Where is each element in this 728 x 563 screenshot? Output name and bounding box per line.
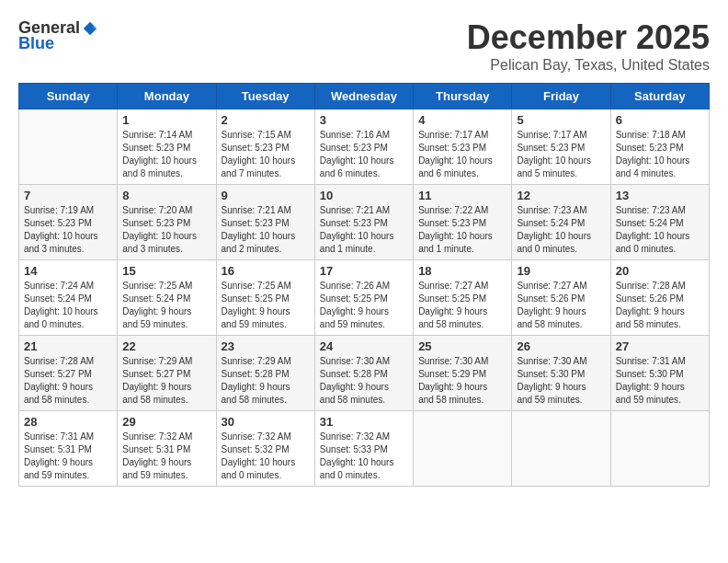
header-monday: Monday	[118, 84, 216, 109]
calendar-cell: 5Sunrise: 7:17 AM Sunset: 5:23 PM Daylig…	[512, 109, 610, 185]
day-info: Sunrise: 7:31 AM Sunset: 5:31 PM Dayligh…	[24, 431, 112, 482]
day-number: 13	[616, 189, 704, 202]
day-number: 5	[517, 113, 605, 127]
day-info: Sunrise: 7:15 AM Sunset: 5:23 PM Dayligh…	[222, 129, 310, 180]
calendar-cell: 31Sunrise: 7:32 AM Sunset: 5:33 PM Dayli…	[314, 411, 413, 487]
day-info: Sunrise: 7:25 AM Sunset: 5:25 PM Dayligh…	[222, 280, 310, 331]
day-number: 12	[517, 189, 605, 202]
day-number: 10	[320, 189, 408, 202]
day-number: 7	[24, 189, 112, 202]
calendar-cell: 28Sunrise: 7:31 AM Sunset: 5:31 PM Dayli…	[19, 411, 118, 487]
header-friday: Friday	[512, 84, 610, 109]
day-number: 14	[24, 264, 112, 278]
day-number: 15	[122, 264, 210, 278]
day-info: Sunrise: 7:28 AM Sunset: 5:27 PM Dayligh…	[24, 355, 112, 407]
calendar-cell: 1Sunrise: 7:14 AM Sunset: 5:23 PM Daylig…	[118, 109, 216, 185]
day-number: 6	[616, 113, 704, 127]
logo: General Blue	[18, 18, 98, 53]
day-info: Sunrise: 7:19 AM Sunset: 5:23 PM Dayligh…	[24, 204, 112, 256]
day-number: 9	[222, 189, 310, 202]
calendar-cell: 6Sunrise: 7:18 AM Sunset: 5:23 PM Daylig…	[610, 109, 709, 185]
day-number: 29	[122, 415, 210, 429]
calendar-week-4: 21Sunrise: 7:28 AM Sunset: 5:27 PM Dayli…	[19, 336, 710, 411]
header-thursday: Thursday	[414, 84, 512, 109]
day-number: 2	[222, 113, 310, 127]
logo-blue-text: Blue	[18, 34, 54, 53]
day-number: 25	[418, 339, 506, 353]
day-number: 8	[122, 189, 210, 202]
day-number: 26	[517, 339, 605, 353]
day-info: Sunrise: 7:29 AM Sunset: 5:28 PM Dayligh…	[222, 355, 310, 407]
title-block: December 2025 Pelican Bay, Texas, United…	[467, 18, 710, 74]
day-number: 22	[122, 339, 210, 353]
day-info: Sunrise: 7:17 AM Sunset: 5:23 PM Dayligh…	[517, 129, 605, 180]
day-number: 1	[122, 113, 210, 127]
calendar-table: SundayMondayTuesdayWednesdayThursdayFrid…	[18, 83, 710, 487]
day-info: Sunrise: 7:16 AM Sunset: 5:23 PM Dayligh…	[320, 129, 408, 180]
day-info: Sunrise: 7:32 AM Sunset: 5:31 PM Dayligh…	[122, 431, 210, 482]
calendar-cell	[610, 411, 709, 487]
day-number: 30	[222, 415, 310, 429]
day-info: Sunrise: 7:30 AM Sunset: 5:29 PM Dayligh…	[418, 355, 506, 407]
day-info: Sunrise: 7:29 AM Sunset: 5:27 PM Dayligh…	[122, 355, 210, 407]
calendar-cell: 15Sunrise: 7:25 AM Sunset: 5:24 PM Dayli…	[118, 260, 216, 336]
calendar-body: 1Sunrise: 7:14 AM Sunset: 5:23 PM Daylig…	[19, 109, 710, 487]
day-number: 24	[320, 339, 408, 353]
day-info: Sunrise: 7:23 AM Sunset: 5:24 PM Dayligh…	[616, 204, 704, 256]
calendar-cell: 19Sunrise: 7:27 AM Sunset: 5:26 PM Dayli…	[512, 260, 610, 336]
day-info: Sunrise: 7:20 AM Sunset: 5:23 PM Dayligh…	[122, 204, 210, 256]
day-info: Sunrise: 7:30 AM Sunset: 5:30 PM Dayligh…	[517, 355, 605, 407]
day-info: Sunrise: 7:22 AM Sunset: 5:23 PM Dayligh…	[418, 204, 506, 256]
calendar-cell: 17Sunrise: 7:26 AM Sunset: 5:25 PM Dayli…	[314, 260, 413, 336]
calendar-cell: 9Sunrise: 7:21 AM Sunset: 5:23 PM Daylig…	[216, 185, 314, 260]
day-number: 31	[320, 415, 408, 429]
day-info: Sunrise: 7:32 AM Sunset: 5:32 PM Dayligh…	[222, 431, 310, 482]
calendar-cell: 21Sunrise: 7:28 AM Sunset: 5:27 PM Dayli…	[19, 336, 118, 411]
logo-icon	[82, 20, 98, 37]
calendar-cell: 16Sunrise: 7:25 AM Sunset: 5:25 PM Dayli…	[216, 260, 314, 336]
day-info: Sunrise: 7:27 AM Sunset: 5:25 PM Dayligh…	[418, 280, 506, 331]
calendar-week-1: 1Sunrise: 7:14 AM Sunset: 5:23 PM Daylig…	[19, 109, 710, 185]
day-info: Sunrise: 7:21 AM Sunset: 5:23 PM Dayligh…	[222, 204, 310, 256]
day-number: 16	[222, 264, 310, 278]
calendar-cell: 24Sunrise: 7:30 AM Sunset: 5:28 PM Dayli…	[314, 336, 413, 411]
day-info: Sunrise: 7:30 AM Sunset: 5:28 PM Dayligh…	[320, 355, 408, 407]
calendar-cell: 20Sunrise: 7:28 AM Sunset: 5:26 PM Dayli…	[610, 260, 709, 336]
calendar-cell: 29Sunrise: 7:32 AM Sunset: 5:31 PM Dayli…	[118, 411, 216, 487]
header-sunday: Sunday	[19, 84, 118, 109]
page-header: General Blue December 2025 Pelican Bay, …	[18, 18, 710, 74]
day-info: Sunrise: 7:32 AM Sunset: 5:33 PM Dayligh…	[320, 431, 408, 482]
calendar-week-5: 28Sunrise: 7:31 AM Sunset: 5:31 PM Dayli…	[19, 411, 710, 487]
day-number: 4	[418, 113, 506, 127]
calendar-cell: 2Sunrise: 7:15 AM Sunset: 5:23 PM Daylig…	[216, 109, 314, 185]
day-number: 11	[418, 189, 506, 202]
calendar-cell: 11Sunrise: 7:22 AM Sunset: 5:23 PM Dayli…	[414, 185, 512, 260]
calendar-cell: 3Sunrise: 7:16 AM Sunset: 5:23 PM Daylig…	[314, 109, 413, 185]
calendar-title: December 2025	[467, 18, 710, 57]
day-info: Sunrise: 7:23 AM Sunset: 5:24 PM Dayligh…	[517, 204, 605, 256]
day-info: Sunrise: 7:14 AM Sunset: 5:23 PM Dayligh…	[122, 129, 210, 180]
day-number: 3	[320, 113, 408, 127]
calendar-cell: 10Sunrise: 7:21 AM Sunset: 5:23 PM Dayli…	[314, 185, 413, 260]
calendar-week-2: 7Sunrise: 7:19 AM Sunset: 5:23 PM Daylig…	[19, 185, 710, 260]
day-info: Sunrise: 7:21 AM Sunset: 5:23 PM Dayligh…	[320, 204, 408, 256]
day-number: 17	[320, 264, 408, 278]
day-info: Sunrise: 7:27 AM Sunset: 5:26 PM Dayligh…	[517, 280, 605, 331]
calendar-cell	[19, 109, 118, 185]
calendar-cell: 23Sunrise: 7:29 AM Sunset: 5:28 PM Dayli…	[216, 336, 314, 411]
day-info: Sunrise: 7:26 AM Sunset: 5:25 PM Dayligh…	[320, 280, 408, 331]
day-number: 28	[24, 415, 112, 429]
calendar-subtitle: Pelican Bay, Texas, United States	[467, 57, 710, 74]
calendar-header-row: SundayMondayTuesdayWednesdayThursdayFrid…	[19, 84, 710, 109]
header-tuesday: Tuesday	[216, 84, 314, 109]
day-number: 18	[418, 264, 506, 278]
calendar-cell: 22Sunrise: 7:29 AM Sunset: 5:27 PM Dayli…	[118, 336, 216, 411]
calendar-cell: 30Sunrise: 7:32 AM Sunset: 5:32 PM Dayli…	[216, 411, 314, 487]
calendar-cell: 12Sunrise: 7:23 AM Sunset: 5:24 PM Dayli…	[512, 185, 610, 260]
calendar-cell: 4Sunrise: 7:17 AM Sunset: 5:23 PM Daylig…	[414, 109, 512, 185]
day-number: 21	[24, 339, 112, 353]
calendar-cell: 14Sunrise: 7:24 AM Sunset: 5:24 PM Dayli…	[19, 260, 118, 336]
day-number: 19	[517, 264, 605, 278]
day-info: Sunrise: 7:24 AM Sunset: 5:24 PM Dayligh…	[24, 280, 112, 331]
calendar-cell: 8Sunrise: 7:20 AM Sunset: 5:23 PM Daylig…	[118, 185, 216, 260]
